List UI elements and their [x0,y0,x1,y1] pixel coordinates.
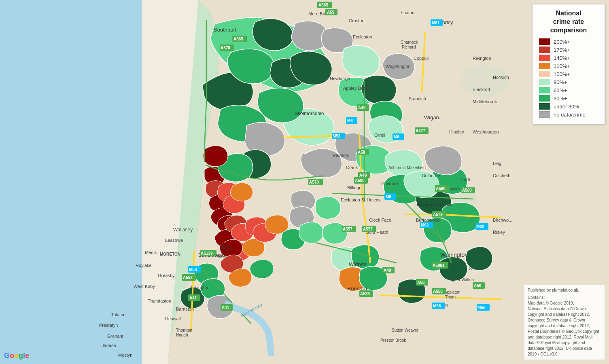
svg-text:M56: M56 [433,304,441,308]
legend-color-swatch [539,79,550,85]
svg-text:Mostyn: Mostyn [118,353,132,358]
svg-text:Horwich: Horwich [493,75,509,80]
svg-text:Standish: Standish [409,96,426,101]
legend-item-label: under 30% [554,104,579,110]
svg-text:A580: A580 [355,178,365,183]
svg-text:A570: A570 [221,46,230,50]
svg-text:Coppull: Coppull [414,56,429,61]
legend-color-swatch [539,103,550,110]
legend-color-swatch [539,63,550,69]
svg-text:Risley: Risley [493,230,505,235]
svg-text:Gronant: Gronant [107,334,123,339]
svg-text:Crank: Crank [346,165,358,170]
legend-title: Nationalcrime ratecomparison [539,9,598,34]
svg-text:M56: M56 [477,305,486,310]
svg-text:Meols: Meols [145,250,157,255]
svg-text:Westhougton: Westhougton [473,129,499,134]
svg-text:Barnston: Barnston [176,307,194,311]
map-svg: Mere Brow Southport Croston Euxton Chorl… [0,0,609,364]
svg-text:Leasowe: Leasowe [165,238,183,243]
svg-text:Rainford: Rainford [333,153,350,158]
legend-panel: Nationalcrime ratecomparison 200%+170%+1… [532,4,605,125]
legend-item-label: 170%+ [554,47,570,53]
svg-text:Widnes: Widnes [349,261,367,267]
legend-item-label: 30%+ [554,95,567,102]
svg-text:Ashton-in-Makerfield: Ashton-in-Makerfield [388,165,426,170]
svg-text:Rivington: Rivington [473,56,491,61]
legend-item-label: 110%+ [554,63,570,69]
svg-text:A580: A580 [462,188,472,193]
svg-text:M53: M53 [189,267,197,272]
svg-text:A56: A56 [417,280,425,285]
svg-text:Clock Face: Clock Face [369,218,391,222]
svg-text:Culcheth: Culcheth [493,173,510,178]
svg-text:Appleton: Appleton [444,290,460,294]
legend-item: no data/crime [539,111,598,118]
svg-text:A565: A565 [318,3,328,7]
svg-text:Llanasa: Llanasa [100,343,116,348]
legend-item: 100%+ [539,71,598,77]
svg-text:A558: A558 [433,289,443,294]
svg-text:A49: A49 [358,106,366,110]
contains-text: Contains: Map data © Google 2019, Nation… [528,295,601,357]
svg-text:Greasby: Greasby [158,273,175,278]
svg-text:Higher Walton: Higher Walton [448,277,474,282]
svg-text:Middlebrook: Middlebrook [473,99,497,104]
svg-text:Warrington: Warrington [440,252,468,258]
publisher-text: Published by plumplot.co.uk. [528,288,601,293]
svg-text:BALT...: BALT... [218,255,229,259]
svg-text:Leig: Leig [493,161,501,166]
legend-color-swatch [539,55,550,61]
svg-text:A552: A552 [183,275,193,280]
svg-text:Charnock: Charnock [401,40,418,44]
legend-item: 170%+ [539,47,598,53]
svg-text:Wallasey: Wallasey [173,227,193,233]
svg-text:A579: A579 [433,212,443,217]
svg-text:A577: A577 [416,129,425,133]
legend-color-swatch [539,95,550,102]
legend-item-label: 100%+ [554,71,570,77]
legend-item: 60%+ [539,87,598,93]
legend-items: 200%+170%+140%+110%+100%+90%+60%+30%+und… [539,38,598,118]
svg-text:Birchwo...: Birchwo... [493,218,512,222]
svg-text:A49: A49 [384,268,391,273]
svg-text:Euxton: Euxton [401,10,414,15]
map-container: Mere Brow Southport Croston Euxton Chorl… [0,0,609,364]
legend-item: 110%+ [539,63,598,69]
svg-point-7 [461,65,510,97]
svg-text:M58: M58 [333,134,341,138]
legend-item: 140%+ [539,55,598,61]
svg-text:MORETON: MORETON [160,252,180,256]
svg-text:Richard: Richard [402,45,416,49]
svg-text:Eccleston St Helens: Eccleston St Helens [341,197,381,202]
svg-text:Wigan: Wigan [424,114,439,121]
svg-text:Bebington: Bebington [189,285,210,290]
svg-text:Heswall: Heswall [165,316,181,321]
legend-item-label: no data/crime [554,112,586,118]
svg-text:Hoylake: Hoylake [136,263,152,268]
svg-text:A580: A580 [436,186,446,191]
svg-text:A50: A50 [474,284,482,288]
svg-text:A49: A49 [359,173,367,178]
svg-text:M6: M6 [394,135,399,139]
svg-text:M62: M62 [421,223,429,227]
legend-color-swatch [539,47,550,53]
legend-item: 90%+ [539,79,598,85]
svg-text:Newton-le-Willows: Newton-le-Willows [417,202,454,207]
svg-text:Thurstaston: Thurstaston [148,298,171,303]
legend-item-label: 200%+ [554,39,570,45]
svg-text:Haydock: Haydock [381,181,399,186]
svg-text:M61: M61 [432,21,440,25]
svg-text:A41: A41 [189,296,197,300]
legend-item-label: 90%+ [554,79,567,85]
svg-text:Liv...: Liv... [222,243,234,250]
legend-item-label: 140%+ [554,55,570,61]
svg-text:West Kirby: West Kirby [134,284,155,289]
legend-color-swatch [539,111,550,118]
svg-text:A5139: A5139 [201,251,213,256]
svg-text:A59: A59 [327,10,335,15]
svg-text:Thorn: Thorn [445,295,456,299]
svg-text:A58: A58 [358,150,365,154]
svg-text:Orrell: Orrell [374,133,385,138]
legend-color-swatch [539,71,550,77]
